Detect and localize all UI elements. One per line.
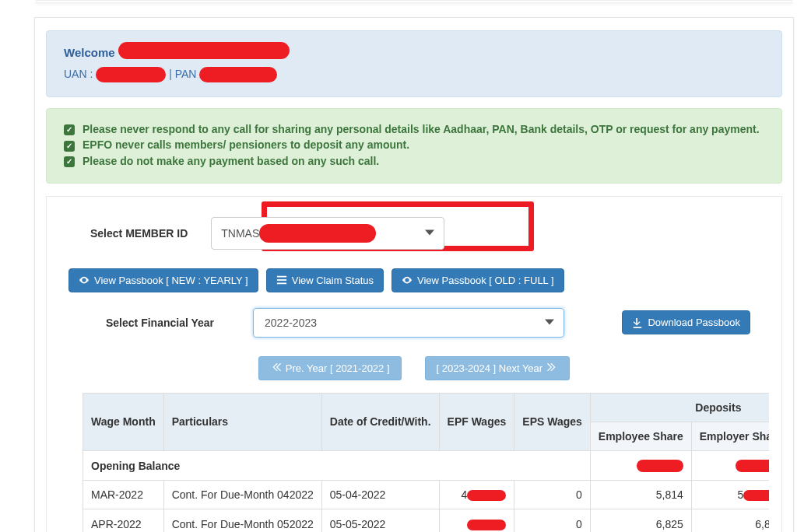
passbook-table-wrap: Wage Month Particulars Date of Credit/Wi… bbox=[83, 393, 769, 532]
cell-emp-share: 5,814 bbox=[590, 481, 691, 509]
fy-label: Select Financial Year bbox=[106, 317, 214, 329]
svg-rect-2 bbox=[277, 283, 286, 285]
svg-rect-1 bbox=[277, 280, 286, 282]
check-icon: ✓ bbox=[64, 124, 75, 135]
top-shadow-spacer bbox=[36, 0, 792, 3]
table-row: APR-2022 Cont. For Due-Month 052022 05-0… bbox=[83, 509, 770, 532]
cell-date: 05-04-2022 bbox=[321, 481, 439, 509]
view-passbook-new-label: View Passbook [ NEW : YEARLY ] bbox=[94, 275, 248, 286]
redacted-member-id bbox=[259, 224, 376, 243]
cell-empr-share: 6,825 bbox=[691, 509, 769, 532]
redacted-value bbox=[467, 490, 506, 501]
th-eps-wages: EPS Wages bbox=[514, 393, 591, 450]
member-id-value-prefix: TNMAS bbox=[221, 227, 259, 240]
th-date-credit: Date of Credit/With. bbox=[321, 393, 439, 450]
th-employee-share: Employee Share bbox=[590, 422, 691, 450]
cell-eps-wages: 0 bbox=[514, 481, 591, 509]
th-employer-share: Employer Share bbox=[691, 422, 769, 450]
chevron-right-icon bbox=[547, 362, 558, 375]
check-icon: ✓ bbox=[64, 141, 75, 152]
alert-line-2: ✓EPFO never calls members/ pensioners to… bbox=[64, 138, 764, 151]
cell-empr-share: 5 bbox=[691, 481, 769, 509]
welcome-prefix: Welcome bbox=[64, 46, 118, 59]
cell-particulars: Cont. For Due-Month 052022 bbox=[163, 509, 321, 532]
redacted-name bbox=[118, 42, 290, 59]
passbook-table: Wage Month Particulars Date of Credit/Wi… bbox=[83, 393, 769, 532]
th-deposits: Deposits bbox=[590, 393, 769, 422]
download-passbook-label: Download Passbook bbox=[648, 317, 740, 328]
eye-icon bbox=[402, 275, 413, 285]
svg-rect-0 bbox=[277, 276, 286, 278]
action-buttons-row: View Passbook [ NEW : YEARLY ] View Clai… bbox=[59, 268, 769, 308]
view-passbook-old-button[interactable]: View Passbook [ OLD : FULL ] bbox=[391, 268, 564, 292]
opening-empr-share bbox=[691, 450, 769, 480]
view-passbook-old-label: View Passbook [ OLD : FULL ] bbox=[417, 275, 554, 286]
uan-label: UAN : bbox=[64, 68, 96, 80]
next-year-button[interactable]: [ 2023-2024 ] Next Year bbox=[425, 356, 571, 380]
redacted-value bbox=[736, 460, 769, 472]
content-wrap: Select MEMBER ID TNMAS View Passbook [ N… bbox=[46, 196, 782, 532]
view-claim-status-button[interactable]: View Claim Status bbox=[266, 268, 384, 292]
alert-line-3: ✓Please do not make any payment based on… bbox=[64, 155, 764, 167]
redacted-value bbox=[743, 490, 769, 501]
opening-emp-share bbox=[590, 450, 691, 480]
financial-year-row: Select Financial Year 2022-2023 Download… bbox=[59, 308, 769, 356]
cell-wage-month: MAR-2022 bbox=[83, 481, 164, 509]
cell-epf-wages bbox=[439, 509, 514, 532]
opening-balance-row: Opening Balance bbox=[83, 450, 770, 480]
alert-text-3: Please do not make any payment based on … bbox=[83, 155, 379, 167]
check-icon: ✓ bbox=[64, 156, 75, 167]
financial-year-select[interactable]: 2022-2023 bbox=[253, 308, 564, 338]
list-icon bbox=[276, 275, 287, 285]
redacted-uan bbox=[96, 67, 166, 82]
th-epf-wages: EPF Wages bbox=[439, 393, 514, 450]
chevron-left-icon bbox=[270, 362, 281, 375]
alert-text-2: EPFO never calls members/ pensioners to … bbox=[83, 138, 409, 151]
next-year-label: [ 2023-2024 ] Next Year bbox=[437, 362, 543, 374]
th-particulars: Particulars bbox=[163, 393, 321, 450]
pan-label: | PAN bbox=[169, 68, 199, 80]
chevron-down-icon bbox=[545, 317, 554, 329]
member-id-row: Select MEMBER ID TNMAS bbox=[59, 214, 769, 268]
welcome-line: Welcome bbox=[64, 42, 764, 59]
download-icon bbox=[632, 317, 643, 328]
th-wage-month: Wage Month bbox=[83, 393, 164, 450]
chevron-down-icon bbox=[425, 227, 434, 240]
opening-balance-label: Opening Balance bbox=[83, 450, 591, 480]
fy-value: 2022-2023 bbox=[265, 317, 317, 329]
prev-year-button[interactable]: Pre. Year [ 2021-2022 ] bbox=[258, 356, 402, 380]
welcome-panel: Welcome UAN : | PAN bbox=[46, 30, 782, 97]
cell-emp-share: 6,825 bbox=[590, 509, 691, 532]
cell-epf-wages: 4 bbox=[439, 481, 514, 509]
cell-particulars: Cont. For Due-Month 042022 bbox=[163, 481, 321, 509]
download-passbook-button[interactable]: Download Passbook bbox=[622, 310, 750, 334]
member-id-select[interactable]: TNMAS bbox=[211, 217, 444, 250]
member-id-label: Select MEMBER ID bbox=[90, 227, 188, 240]
cell-eps-wages: 0 bbox=[514, 509, 591, 532]
redacted-value bbox=[637, 460, 683, 472]
table-row: MAR-2022 Cont. For Due-Month 042022 05-0… bbox=[83, 481, 770, 509]
redacted-value bbox=[467, 520, 506, 530]
view-passbook-new-button[interactable]: View Passbook [ NEW : YEARLY ] bbox=[68, 268, 258, 292]
main-panel: Welcome UAN : | PAN ✓Please never respon… bbox=[34, 17, 794, 532]
prev-year-label: Pre. Year [ 2021-2022 ] bbox=[286, 362, 390, 374]
year-nav-row: Pre. Year [ 2021-2022 ] [ 2023-2024 ] Ne… bbox=[59, 356, 769, 393]
cell-wage-month: APR-2022 bbox=[83, 509, 164, 532]
alert-text-1: Please never respond to any call for sha… bbox=[83, 123, 760, 135]
alert-panel: ✓Please never respond to any call for sh… bbox=[46, 108, 782, 184]
uan-pan-line: UAN : | PAN bbox=[64, 67, 764, 82]
alert-line-1: ✓Please never respond to any call for sh… bbox=[64, 123, 764, 135]
eye-icon bbox=[79, 275, 90, 285]
redacted-pan bbox=[199, 67, 277, 82]
view-claim-status-label: View Claim Status bbox=[292, 275, 374, 286]
cell-date: 05-05-2022 bbox=[321, 509, 439, 532]
